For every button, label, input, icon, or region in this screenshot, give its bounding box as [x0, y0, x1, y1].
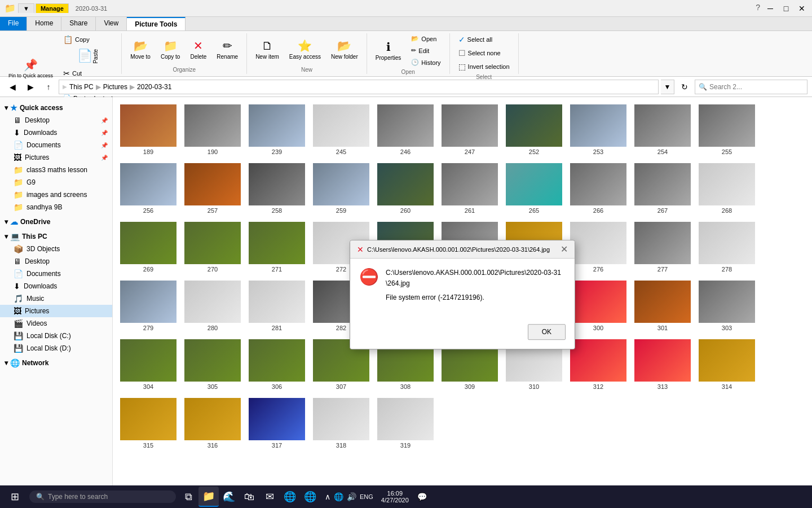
open-group: ℹ Properties 📂 Open ✏ Edit 🕒 History — [367, 33, 450, 74]
sidebar-item-pictures-pc[interactable]: 🖼 Pictures — [0, 305, 112, 317]
forward-button[interactable]: ▶ — [23, 79, 38, 95]
sidebar-item-desktop-qa[interactable]: 🖥 Desktop 📌 — [0, 114, 112, 126]
chrome-button-1[interactable]: 🌐 — [280, 487, 300, 507]
cut-button[interactable]: ✂ Cut — [59, 67, 117, 80]
sidebar-item-videos[interactable]: 🎬 Videos — [0, 317, 112, 330]
paste-button[interactable]: 📄 Paste — [59, 47, 117, 66]
mail-button[interactable]: ✉ — [259, 487, 280, 507]
taskbar-search-bar[interactable]: 🔍 Type here to search — [29, 491, 176, 503]
address-dropdown[interactable]: ▼ — [661, 80, 674, 94]
tab-share[interactable]: Share — [61, 17, 96, 30]
pin-quick-access-button[interactable]: 📌 Pin to Quick access — [5, 55, 57, 82]
sidebar-item-docs-pc[interactable]: 📄 Documents — [0, 268, 112, 280]
sidebar-item-downloads-qa[interactable]: ⬇ Downloads 📌 — [0, 126, 112, 139]
taskbar-search-placeholder: Type here to search — [48, 493, 108, 501]
sidebar-item-documents-qa[interactable]: 📄 Documents 📌 — [0, 139, 112, 151]
task-view-button[interactable]: ⧉ — [178, 487, 198, 507]
sidebar-item-sandhya[interactable]: 📁 sandhya 9B — [0, 201, 112, 213]
docs-pc-icon: 📄 — [14, 269, 23, 278]
move-icon: 📂 — [134, 39, 148, 52]
disk-c-icon: 💾 — [14, 331, 23, 340]
title-tab-manage[interactable]: Manage — [36, 3, 69, 13]
select-items: ✓ Select all ☐ Select none ⬚ Invert sele… — [454, 33, 514, 73]
notification-button[interactable]: 💬 — [412, 487, 433, 507]
file-explorer-taskbar-button[interactable]: 📁 — [198, 487, 219, 507]
ok-button[interactable]: OK — [528, 324, 566, 340]
this-pc-header[interactable]: ▾ 💻 This PC — [0, 230, 112, 243]
edge-button[interactable]: 🌊 — [219, 487, 239, 507]
path-arrow: ▶ — [63, 84, 67, 90]
copy-to-button[interactable]: 📁 Copy to — [157, 36, 184, 63]
select-all-button[interactable]: ✓ Select all — [454, 33, 514, 46]
tab-view[interactable]: View — [96, 17, 127, 30]
dialog-close-button[interactable]: ✕ — [561, 244, 568, 255]
address-path[interactable]: ▶ This PC ▶ Pictures ▶ 2020-03-31 — [59, 80, 659, 94]
start-button[interactable]: ⊞ — [2, 487, 27, 507]
delete-button[interactable]: ✕ Delete — [186, 36, 210, 63]
easy-access-button[interactable]: ⭐ Easy access — [285, 36, 325, 63]
sidebar-item-downloads-pc[interactable]: ⬇ Downloads — [0, 280, 112, 292]
sidebar-item-images[interactable]: 📁 images and screens — [0, 189, 112, 201]
sidebar-item-class3[interactable]: 📁 class3 maths lesson — [0, 164, 112, 176]
history-button[interactable]: 🕒 History — [407, 57, 444, 68]
lang-tray[interactable]: ENG — [360, 493, 373, 500]
path-part-pc[interactable]: This PC — [69, 83, 94, 91]
title-tab-1[interactable]: ▼ — [18, 3, 34, 13]
pictures-pc-icon: 🖼 — [14, 306, 21, 316]
volume-tray-icon[interactable]: 🔊 — [347, 492, 356, 501]
up-button[interactable]: ↑ — [41, 79, 56, 95]
date-display: 4/27/2020 — [381, 497, 409, 503]
window-controls[interactable]: ? ─ □ ✕ — [756, 3, 807, 14]
copy-button[interactable]: 📋 Copy — [59, 33, 117, 46]
chrome-button-2[interactable]: 🌐 — [300, 487, 320, 507]
history-icon: 🕒 — [411, 59, 419, 66]
new-item-button[interactable]: 🗋 New item — [251, 37, 283, 63]
sidebar-item-music[interactable]: 🎵 Music — [0, 292, 112, 305]
dialog-body: ⛔ C:\Users\lenovo.AKASH.000.001.002\Pict… — [350, 259, 575, 319]
sidebar-item-disk-c[interactable]: 💾 Local Disk (C:) — [0, 330, 112, 342]
minimize-button[interactable]: ─ — [765, 3, 776, 14]
search-bar[interactable]: 🔍 — [695, 80, 807, 94]
path-part-pictures[interactable]: Pictures — [103, 83, 127, 91]
invert-selection-button[interactable]: ⬚ Invert selection — [454, 60, 514, 73]
new-folder-button[interactable]: 📂 New folder — [327, 36, 362, 63]
time-display: 16:09 — [387, 490, 403, 497]
clock[interactable]: 16:09 4/27/2020 — [378, 489, 412, 505]
maximize-button[interactable]: □ — [780, 3, 792, 14]
folder-icon-sandhya: 📁 — [14, 203, 23, 212]
path-part-folder[interactable]: 2020-03-31 — [137, 83, 171, 91]
sidebar-item-disk-d[interactable]: 💾 Local Disk (D:) — [0, 342, 112, 354]
store-button[interactable]: 🛍 — [239, 487, 259, 507]
quick-access-header[interactable]: ▾ ★ Quick access — [0, 102, 112, 114]
refresh-button[interactable]: ↻ — [677, 79, 692, 95]
network-tray-icon[interactable]: 🌐 — [334, 492, 343, 501]
sidebar-item-desktop-pc[interactable]: 🖥 Desktop — [0, 255, 112, 268]
up-arrow-tray[interactable]: ∧ — [325, 492, 330, 501]
close-button[interactable]: ✕ — [796, 3, 807, 14]
file-area[interactable]: 1891902392452462472522532542552562572582… — [113, 97, 812, 492]
address-bar: ◀ ▶ ↑ ▶ This PC ▶ Pictures ▶ 2020-03-31 … — [0, 77, 812, 97]
copy-icon: 📋 — [63, 35, 73, 44]
move-to-button[interactable]: 📂 Move to — [126, 36, 155, 63]
onedrive-icon: ☁ — [10, 217, 18, 226]
sidebar-item-g9[interactable]: 📁 G9 — [0, 176, 112, 189]
taskbar-search-icon: 🔍 — [36, 493, 45, 501]
properties-button[interactable]: ℹ Properties — [372, 37, 405, 64]
edit-button[interactable]: ✏ Edit — [407, 45, 444, 56]
network-header[interactable]: ▾ 🌐 Network — [0, 357, 112, 369]
tab-file[interactable]: File — [0, 17, 27, 30]
tab-home[interactable]: Home — [27, 17, 61, 30]
sidebar-item-3d[interactable]: 📦 3D Objects — [0, 243, 112, 255]
back-button[interactable]: ◀ — [5, 79, 20, 95]
title-tabs[interactable]: ▼ Manage — [18, 3, 69, 13]
search-input[interactable] — [709, 83, 794, 91]
rename-button[interactable]: ✏ Rename — [213, 36, 242, 63]
onedrive-header[interactable]: ▾ ☁ OneDrive — [0, 216, 112, 228]
open-button[interactable]: 📂 Open — [407, 33, 444, 44]
network-section: ▾ 🌐 Network — [0, 357, 112, 369]
sidebar-item-pictures-qa[interactable]: 🖼 Pictures 📌 — [0, 151, 112, 164]
help-icon[interactable]: ? — [756, 3, 760, 14]
select-none-button[interactable]: ☐ Select none — [454, 47, 514, 59]
tab-picture-tools[interactable]: Picture Tools — [127, 17, 186, 30]
new-item-icon: 🗋 — [262, 40, 273, 52]
